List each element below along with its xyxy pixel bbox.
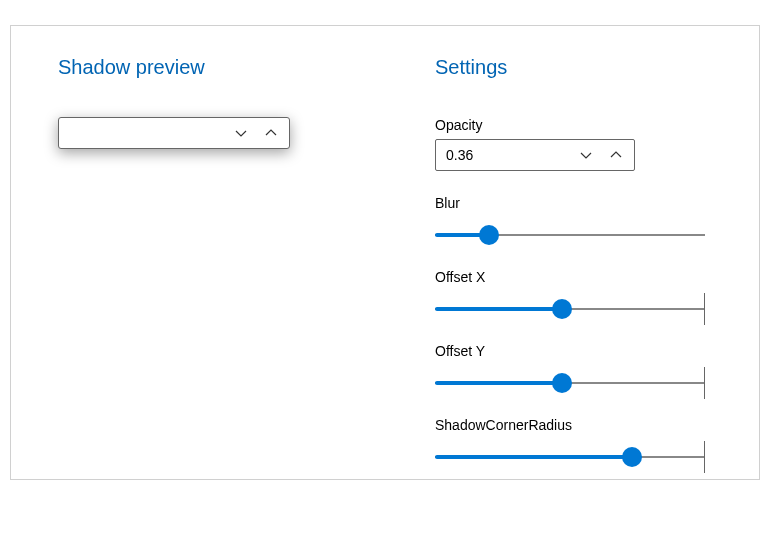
opacity-field: Opacity 0.36	[435, 117, 725, 171]
main-panel: Shadow preview Settings Opacity 0.36	[10, 25, 760, 480]
slider-thumb[interactable]	[552, 299, 572, 319]
slider-end-tick	[704, 293, 705, 325]
slider-end-tick	[704, 367, 705, 399]
chevron-up-icon	[265, 127, 277, 139]
settings-title: Settings	[435, 56, 725, 79]
opacity-numberbox[interactable]: 0.36	[435, 139, 635, 171]
slider-fill	[435, 381, 562, 385]
cornerradius-slider[interactable]	[435, 447, 705, 467]
slider-end-tick	[704, 441, 705, 473]
offsety-field: Offset Y	[435, 343, 725, 393]
offsetx-slider[interactable]	[435, 299, 705, 319]
offsety-label: Offset Y	[435, 343, 725, 359]
cornerradius-field: ShadowCornerRadius	[435, 417, 725, 467]
offsetx-field: Offset X	[435, 269, 725, 319]
chevron-down-icon	[235, 127, 247, 139]
slider-thumb[interactable]	[552, 373, 572, 393]
preview-decrement-button[interactable]	[227, 121, 255, 145]
opacity-decrement-button[interactable]	[572, 143, 600, 167]
chevron-down-icon	[580, 149, 592, 161]
preview-column: Shadow preview	[58, 56, 378, 149]
blur-slider[interactable]	[435, 225, 705, 245]
preview-increment-button[interactable]	[257, 121, 285, 145]
chevron-up-icon	[610, 149, 622, 161]
cornerradius-label: ShadowCornerRadius	[435, 417, 725, 433]
offsety-slider[interactable]	[435, 373, 705, 393]
opacity-increment-button[interactable]	[602, 143, 630, 167]
slider-thumb[interactable]	[622, 447, 642, 467]
preview-title: Shadow preview	[58, 56, 378, 79]
opacity-value: 0.36	[446, 147, 570, 163]
settings-column: Settings Opacity 0.36 Blur	[435, 56, 725, 467]
slider-fill	[435, 455, 632, 459]
slider-fill	[435, 307, 562, 311]
blur-label: Blur	[435, 195, 725, 211]
opacity-label: Opacity	[435, 117, 725, 133]
offsetx-label: Offset X	[435, 269, 725, 285]
blur-field: Blur	[435, 195, 725, 245]
shadow-preview-numberbox[interactable]	[58, 117, 290, 149]
slider-thumb[interactable]	[479, 225, 499, 245]
